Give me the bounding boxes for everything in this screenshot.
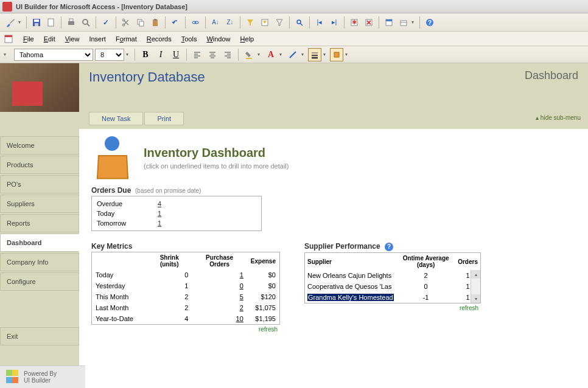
new-record-icon[interactable]: ✱	[348, 16, 361, 29]
po-link[interactable]: 10	[236, 315, 243, 322]
sort-desc-icon[interactable]: Z↓	[223, 16, 237, 29]
svg-rect-13	[154, 19, 156, 21]
svg-rect-48	[334, 52, 339, 57]
col-ontime: Ontime Average (days)	[396, 253, 455, 270]
line-width-icon[interactable]	[308, 48, 321, 61]
filter-sel-icon[interactable]	[243, 16, 257, 29]
align-right-icon[interactable]	[221, 48, 234, 61]
filter-toggle-icon[interactable]	[273, 16, 286, 29]
menu-window[interactable]: Window	[201, 33, 235, 44]
nav-dashboard[interactable]: Dashboard	[0, 234, 79, 252]
col-expense: Expense	[247, 252, 279, 269]
supplier-perf-title: Supplier Performance ?	[304, 242, 481, 251]
save-icon[interactable]	[30, 16, 43, 29]
table-row[interactable]: New Orleans Cajun Delights21	[305, 270, 480, 281]
menu-format[interactable]: Format	[111, 33, 142, 44]
sort-asc-icon[interactable]: A↓	[209, 16, 222, 29]
orders-label: Overdue	[97, 200, 158, 207]
svg-rect-3	[48, 19, 54, 26]
col-orders: Orders	[455, 253, 480, 270]
dashboard-icon	[91, 136, 134, 179]
supplier-refresh-link[interactable]: refresh	[304, 303, 481, 313]
line-color-icon[interactable]	[286, 48, 299, 61]
col-po: Purchase Orders	[192, 252, 247, 269]
dashboard-subtitle: (click on underlined items to drill into…	[144, 162, 289, 170]
link-icon[interactable]	[189, 16, 202, 29]
svg-point-15	[195, 21, 198, 24]
new-task-button[interactable]: New Task	[89, 112, 143, 125]
nav-pos[interactable]: PO's	[0, 175, 79, 193]
window-titlebar: UI Builder for Microsoft Access - [Inven…	[0, 0, 588, 13]
help-icon[interactable]: ?	[385, 243, 393, 251]
svg-point-6	[83, 19, 88, 24]
spell-icon[interactable]: ✓	[99, 16, 113, 29]
special-effect-icon[interactable]	[330, 48, 343, 61]
svg-rect-25	[386, 19, 392, 21]
nav-reports[interactable]: Reports	[0, 214, 79, 232]
orders-value-link[interactable]: 1	[158, 210, 161, 217]
font-color-icon[interactable]: A	[264, 48, 278, 61]
menu-records[interactable]: Records	[142, 33, 177, 44]
table-row: This Month25$120	[92, 291, 279, 302]
orders-value-link[interactable]: 4	[158, 200, 161, 207]
nav-welcome[interactable]: Welcome	[0, 136, 79, 154]
orders-label: Today	[97, 210, 158, 217]
filter-form-icon[interactable]	[258, 16, 271, 29]
left-sidebar: Welcome Products PO's Suppliers Reports …	[0, 63, 79, 388]
bold-icon[interactable]: B	[139, 48, 152, 61]
nav-configure[interactable]: Configure	[0, 272, 79, 291]
hide-submenu-link[interactable]: hide sub-menu	[536, 114, 581, 121]
design-icon[interactable]	[4, 16, 17, 29]
format-toolbar: ▾ Tahoma 8 ▾ B I U ▾ A▾ ▾ ▾ ▾	[0, 46, 588, 63]
underline-icon[interactable]: U	[169, 48, 183, 61]
align-center-icon[interactable]	[206, 48, 219, 61]
align-left-icon[interactable]	[191, 48, 204, 61]
menu-view[interactable]: View	[60, 33, 85, 44]
table-row[interactable]: Grandma Kelly's Homestead-11	[305, 292, 480, 303]
db-window-icon[interactable]	[382, 16, 396, 29]
font-size-select[interactable]: 8	[95, 49, 124, 61]
content-header: Inventory Database Dashboard	[79, 63, 588, 112]
print-button[interactable]: Print	[144, 112, 184, 125]
nav-products[interactable]: Products	[0, 156, 79, 174]
fill-color-icon[interactable]	[242, 48, 256, 61]
key-metrics-table: Shrink (units)Purchase OrdersExpense Tod…	[91, 252, 280, 325]
nav-last-icon[interactable]: ▸|	[327, 16, 341, 29]
nav-exit[interactable]: Exit	[0, 327, 79, 345]
table-row[interactable]: Cooperativa de Quesos 'Las01	[305, 281, 480, 292]
font-select[interactable]: Tahoma	[14, 49, 93, 61]
help-icon[interactable]: ?	[423, 16, 436, 29]
form-icon[interactable]	[4, 34, 13, 44]
undo-icon[interactable]	[169, 16, 182, 29]
po-link[interactable]: 5	[240, 293, 243, 300]
italic-icon[interactable]: I	[154, 48, 167, 61]
svg-text:?: ?	[428, 19, 432, 26]
badge-logo-icon	[6, 370, 18, 384]
find-icon[interactable]	[293, 16, 306, 29]
new-object-icon[interactable]	[397, 16, 410, 29]
nav-suppliers[interactable]: Suppliers	[0, 195, 79, 213]
preview-icon[interactable]	[79, 16, 93, 29]
action-bar: New Task Print hide sub-menu	[79, 112, 588, 129]
menu-insert[interactable]: Insert	[84, 33, 111, 44]
po-link[interactable]: 0	[240, 282, 243, 289]
copy-icon[interactable]	[134, 16, 147, 29]
metrics-refresh-link[interactable]: refresh	[91, 325, 280, 334]
po-link[interactable]: 2	[240, 304, 243, 311]
cut-icon[interactable]	[119, 16, 133, 29]
print-icon[interactable]	[65, 16, 78, 29]
svg-rect-31	[5, 35, 12, 37]
menu-help[interactable]: Help	[236, 33, 259, 44]
file-icon[interactable]	[44, 16, 58, 29]
delete-record-icon[interactable]	[362, 16, 376, 29]
svg-rect-5	[69, 19, 73, 21]
orders-value-link[interactable]: 1	[158, 220, 161, 227]
po-link[interactable]: 1	[240, 271, 243, 279]
menu-tools[interactable]: Tools	[177, 33, 202, 44]
paste-icon[interactable]	[149, 16, 162, 29]
nav-first-icon[interactable]: |◂	[313, 16, 326, 29]
menu-file[interactable]: File	[18, 33, 39, 44]
nav-company[interactable]: Company Info	[0, 253, 79, 271]
menu-edit[interactable]: Edit	[39, 33, 60, 44]
scrollbar[interactable]: ▴▾	[471, 270, 480, 303]
